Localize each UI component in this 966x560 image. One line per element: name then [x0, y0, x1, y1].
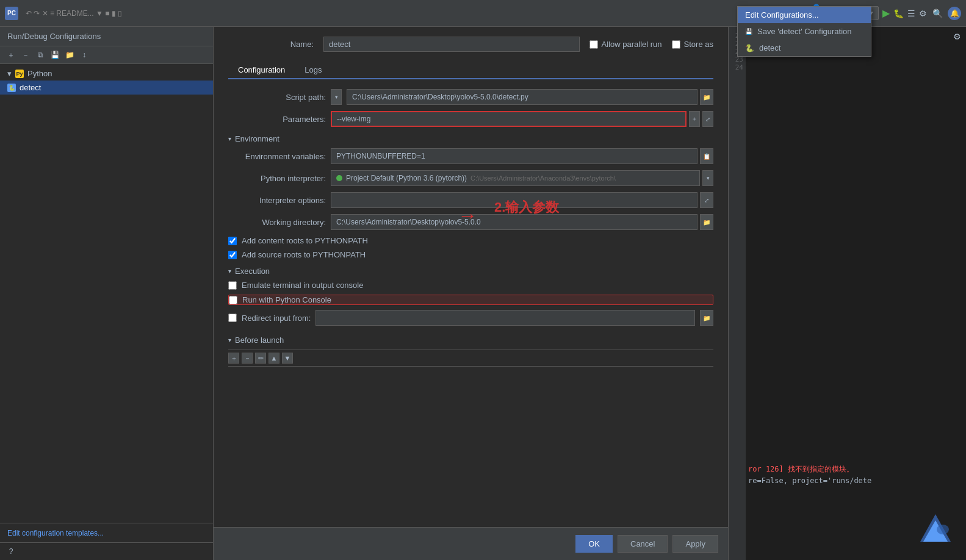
redirect-input-browse-button[interactable]: 📁: [700, 310, 713, 326]
add-content-roots-checkbox[interactable]: [228, 237, 237, 245]
store-as-checkbox[interactable]: [672, 40, 680, 49]
interpreter-dropdown-arrow[interactable]: ▾: [702, 170, 713, 186]
coverage-button[interactable]: ☰: [907, 9, 915, 18]
redirect-input-checkbox[interactable]: [228, 314, 237, 322]
name-input[interactable]: [323, 37, 580, 52]
environment-section-header[interactable]: ▾ Environment: [228, 134, 713, 143]
before-launch-header[interactable]: ▾ Before launch: [228, 336, 713, 345]
add-source-roots-label: Add source roots to PYTHONPATH: [242, 250, 366, 259]
store-as-label[interactable]: Store as: [672, 40, 713, 49]
config-panel: Name: Allow parallel run Store as: [214, 27, 728, 560]
allow-parallel-text: Allow parallel run: [602, 40, 662, 49]
app-title: Run/Debug Configurations: [7, 32, 101, 41]
save-detect-label: Save 'detect' Configuration: [757, 27, 852, 36]
redirect-input-field[interactable]: [315, 310, 695, 326]
top-bar-left: PC ↶ ↷ ✕ ≡ README... ▼ ■ ▮ ▯: [5, 7, 122, 20]
run-python-console-label: Run with Python Console: [242, 295, 331, 304]
script-path-row: Script path: ▾ 📁: [228, 89, 713, 105]
execution-section-header[interactable]: ▾ Execution: [228, 267, 713, 276]
edit-configurations-item[interactable]: Edit Configurations...: [738, 7, 871, 23]
profile-run-button[interactable]: ⚙: [919, 9, 927, 18]
name-row: Name: Allow parallel run Store as: [228, 37, 713, 52]
search-icon[interactable]: 🔍: [931, 7, 944, 20]
copy-config-button[interactable]: ⧉: [34, 49, 46, 61]
tab-configuration[interactable]: Configuration: [228, 62, 295, 79]
working-dir-row: Working directory: 📁: [228, 214, 713, 230]
interpreter-options-input[interactable]: [331, 192, 697, 208]
working-dir-browse-button[interactable]: 📁: [700, 214, 713, 230]
script-path-input[interactable]: [347, 89, 697, 105]
editor-area: 20 21 22 23 24 ice).eval() ⚙ ror 126] 找不…: [728, 27, 966, 560]
allow-parallel-checkbox[interactable]: [589, 40, 598, 49]
apply-button[interactable]: Apply: [672, 535, 718, 553]
ok-button[interactable]: OK: [575, 535, 613, 553]
add-config-button[interactable]: ＋: [5, 49, 17, 61]
cancel-button[interactable]: Cancel: [618, 535, 668, 553]
detect-item-label: detect: [759, 43, 780, 52]
bottom-bar: OK Cancel Apply: [214, 527, 728, 560]
before-launch-collapse-icon: ▾: [228, 337, 231, 343]
config-form: Name: Allow parallel run Store as: [214, 27, 728, 527]
before-launch-down-button[interactable]: ▼: [282, 353, 293, 364]
before-launch-add-button[interactable]: ＋: [228, 353, 239, 364]
sidebar-help-row: ?: [0, 542, 213, 560]
parameters-input[interactable]: [331, 111, 687, 127]
add-content-roots-label: Add content roots to PYTHONPATH: [242, 236, 368, 245]
add-source-roots-row: Add source roots to PYTHONPATH: [228, 250, 713, 259]
help-button[interactable]: ?: [5, 545, 17, 558]
tab-logs[interactable]: Logs: [295, 62, 331, 79]
env-vars-input-wrap: 📋: [331, 148, 713, 164]
error-text: ror 126] 找不到指定的模块。: [748, 465, 854, 473]
parameters-row: Parameters: ＋ ⤢: [228, 111, 713, 127]
debug-button[interactable]: 🐛: [893, 9, 904, 18]
idea-icon: PC: [5, 7, 18, 20]
remove-config-button[interactable]: －: [20, 49, 32, 61]
emulate-terminal-label: Emulate terminal in output console: [242, 281, 363, 290]
bluebird-icon: [917, 511, 954, 548]
parameters-add-button[interactable]: ＋: [689, 111, 700, 127]
env-vars-input[interactable]: [331, 148, 697, 164]
main-container: Run/Debug Configurations ＋ － ⧉ 💾 📁 ↕ ▾ P…: [0, 27, 966, 560]
sort-config-button[interactable]: ↕: [78, 49, 90, 61]
run-configs-dropdown: Edit Configurations... 💾 Save 'detect' C…: [737, 6, 871, 57]
script-path-input-wrap: 📁: [347, 89, 713, 105]
before-launch-section: ▾ Before launch ＋ － ✏ ▲ ▼: [228, 336, 713, 367]
interpreter-options-expand-button[interactable]: ⤢: [700, 192, 713, 208]
sidebar-title: Run/Debug Configurations: [0, 27, 213, 46]
working-dir-input[interactable]: [331, 214, 697, 230]
tree-item-detect[interactable]: 🐍 detect: [0, 81, 213, 95]
save-config-button[interactable]: 💾: [49, 49, 61, 61]
redirect-input-row: Redirect input from: 📁: [228, 310, 713, 326]
interpreter-path: C:\Users\Administrator\Anaconda3\envs\py…: [470, 174, 616, 182]
interpreter-input-wrap: Project Default (Python 3.6 (pytorch)) C…: [331, 170, 713, 186]
script-path-browse-button[interactable]: 📁: [700, 89, 713, 105]
interpreter-select[interactable]: Project Default (Python 3.6 (pytorch)) C…: [331, 170, 700, 186]
interpreter-status-dot: [336, 175, 342, 181]
before-launch-edit-button[interactable]: ✏: [255, 353, 266, 364]
folder-config-button[interactable]: 📁: [63, 49, 76, 61]
allow-parallel-label[interactable]: Allow parallel run: [589, 40, 662, 49]
save-detect-config-item[interactable]: 💾 Save 'detect' Configuration: [738, 23, 871, 40]
detect-item[interactable]: 🐍 detect: [738, 40, 871, 56]
tree-item-python[interactable]: ▾ Py Python: [0, 66, 213, 81]
run-python-console-row: Run with Python Console: [228, 295, 713, 305]
before-launch-remove-button[interactable]: －: [242, 353, 253, 364]
add-content-roots-row: Add content roots to PYTHONPATH: [228, 236, 713, 245]
editor-gear-icon[interactable]: ⚙: [953, 32, 961, 41]
parameters-expand-button[interactable]: ⤢: [702, 111, 713, 127]
run-button[interactable]: ▶: [882, 7, 890, 19]
update-icon[interactable]: 🔔: [948, 7, 961, 20]
editor-error-area: ror 126] 找不到指定的模块。 re=False, project='ru…: [748, 464, 871, 487]
run-python-console-checkbox[interactable]: [229, 296, 237, 304]
working-dir-label: Working directory:: [228, 218, 326, 227]
script-path-dropdown[interactable]: ▾: [331, 89, 342, 105]
emulate-terminal-checkbox[interactable]: [228, 281, 237, 290]
before-launch-label: Before launch: [235, 336, 284, 345]
svg-point-2: [937, 525, 949, 534]
parameters-input-wrap: ＋ ⤢: [331, 111, 713, 127]
add-source-roots-checkbox[interactable]: [228, 251, 237, 259]
edit-templates-link[interactable]: Edit configuration templates...: [7, 529, 104, 537]
before-launch-up-button[interactable]: ▲: [269, 353, 279, 364]
python-label: Python: [27, 69, 52, 78]
env-vars-browse-button[interactable]: 📋: [700, 148, 713, 164]
